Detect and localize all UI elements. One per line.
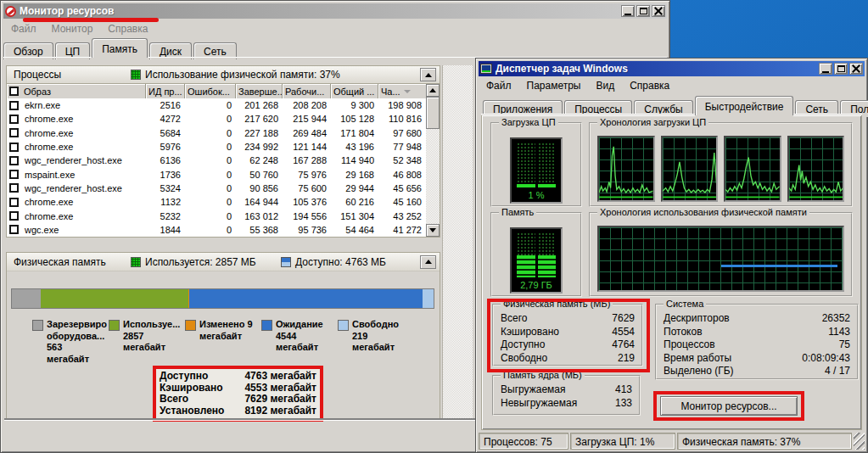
stat-row: Всего 7629 bbox=[501, 312, 635, 326]
table-row[interactable]: wgc_renderer_host.exe 6136 0 62 248 167 … bbox=[7, 154, 426, 167]
process-name: chrome.exe bbox=[25, 197, 73, 207]
table-row[interactable]: chrome.exe 5976 0 234 992 121 144 43 196… bbox=[7, 140, 426, 154]
processes-collapse-button[interactable] bbox=[420, 68, 436, 81]
legend-value: 219 мегабайт bbox=[352, 331, 395, 353]
scroll-down-button[interactable] bbox=[426, 224, 440, 237]
stat-value: 26352 bbox=[822, 312, 850, 326]
physical-memory-group: Физическая память (МБ) Всего 7629 Кэширо… bbox=[492, 304, 643, 366]
resmon-minimize-button[interactable] bbox=[621, 5, 635, 17]
table-row[interactable]: wgc.exe 1844 0 55 368 95 736 54 464 41 2… bbox=[7, 223, 426, 237]
stat-value: 133 bbox=[615, 397, 632, 411]
resize-grip[interactable] bbox=[854, 433, 865, 450]
scroll-up-button[interactable] bbox=[426, 84, 440, 97]
stat-label: Выгружаемая bbox=[501, 383, 615, 397]
process-shared: 54 464 bbox=[331, 225, 378, 235]
memory-bar-segment bbox=[423, 289, 434, 308]
memory-panel-header[interactable]: Физическая память Используется: 2857 МБ … bbox=[7, 253, 440, 271]
memory-stats-box: Доступно 4763 мегабайт Кэшировано 4553 м… bbox=[153, 366, 323, 422]
table-row[interactable]: chrome.exe 5232 0 163 012 194 556 151 30… bbox=[7, 209, 426, 222]
column-header-private[interactable]: Ча... bbox=[378, 84, 426, 98]
processes-panel-header[interactable]: Процессы Использование физической памяти… bbox=[6, 65, 440, 84]
system-group-title: Система bbox=[664, 299, 706, 309]
used-memory-icon bbox=[131, 257, 141, 267]
menu-item[interactable]: Файл bbox=[3, 21, 44, 36]
status-physical-memory: Физическая память: 37% bbox=[677, 433, 852, 450]
resmon-titlebar[interactable]: Монитор ресурсов bbox=[3, 3, 667, 19]
table-row[interactable]: wgc_renderer_host.exe 5324 0 90 856 75 6… bbox=[7, 182, 426, 195]
menu-item[interactable]: Монитор bbox=[44, 21, 101, 36]
process-shared: 43 196 bbox=[331, 142, 378, 152]
row-checkbox[interactable] bbox=[9, 101, 19, 110]
process-working: 105 376 bbox=[283, 197, 331, 207]
memory-bar-segment bbox=[12, 289, 41, 308]
row-checkbox[interactable] bbox=[9, 128, 19, 137]
column-header-commit[interactable]: Заверше... bbox=[236, 84, 283, 98]
table-row[interactable]: chrome.exe 4272 0 217 620 215 944 105 12… bbox=[7, 112, 426, 126]
stat-value: 75 bbox=[839, 338, 850, 352]
process-pid: 5232 bbox=[146, 211, 185, 221]
sort-descending-icon bbox=[404, 90, 411, 93]
menu-item[interactable]: Справка bbox=[622, 78, 677, 93]
row-checkbox[interactable] bbox=[9, 115, 19, 124]
taskman-tabstrip: Приложения Процессы Службы Быстродействи… bbox=[483, 96, 860, 115]
select-all-checkbox[interactable] bbox=[9, 87, 19, 96]
scrollbar-thumb[interactable] bbox=[426, 97, 440, 129]
resmon-maximize-button[interactable] bbox=[636, 5, 650, 17]
stat-row: Невыгружаемая 133 bbox=[501, 397, 632, 411]
tab-memory[interactable]: Память bbox=[92, 38, 148, 58]
row-checkbox[interactable] bbox=[9, 183, 19, 193]
process-errors: 0 bbox=[185, 170, 236, 180]
content-scrollbar-track[interactable] bbox=[442, 65, 473, 419]
column-header-pid[interactable]: ИД пр... bbox=[146, 84, 185, 98]
process-commit: 163 012 bbox=[236, 211, 283, 221]
taskman-titlebar[interactable]: Диспетчер задач Windows bbox=[479, 61, 865, 76]
process-shared: 29 944 bbox=[331, 183, 378, 193]
row-checkbox[interactable] bbox=[9, 198, 19, 207]
column-header-shared[interactable]: Общий ... bbox=[331, 84, 378, 98]
stat-label: Установлено bbox=[160, 405, 244, 417]
process-shared: 105 128 bbox=[331, 114, 378, 124]
taskman-close-button[interactable] bbox=[849, 63, 863, 75]
memory-collapse-button[interactable] bbox=[420, 255, 436, 269]
resource-monitor-button[interactable]: Монитор ресурсов... bbox=[660, 396, 798, 416]
memory-history-group: Хронология использования физической памя… bbox=[589, 212, 853, 297]
taskman-maximize-button[interactable] bbox=[834, 63, 848, 75]
column-header-working[interactable]: Рабочи... bbox=[283, 84, 331, 98]
table-row[interactable]: mspaint.exe 1736 0 50 760 75 976 29 168 … bbox=[7, 167, 426, 181]
processes-panel: Процессы Использование физической памяти… bbox=[6, 65, 440, 238]
row-checkbox[interactable] bbox=[9, 170, 19, 179]
cpu-usage-value: 1 % bbox=[517, 187, 556, 200]
menu-item[interactable]: Параметры bbox=[519, 78, 589, 93]
column-header-errors[interactable]: Ошибок... bbox=[185, 84, 236, 98]
maximize-icon bbox=[640, 8, 647, 14]
row-checkbox[interactable] bbox=[9, 156, 19, 165]
tab-performance[interactable]: Быстродействие bbox=[695, 96, 794, 115]
chevron-up-icon bbox=[425, 73, 432, 77]
process-table-scrollbar[interactable] bbox=[426, 84, 440, 237]
process-errors: 0 bbox=[185, 114, 236, 124]
process-private: 198 908 bbox=[378, 100, 426, 110]
table-row[interactable]: chrome.exe 5684 0 227 188 269 484 171 80… bbox=[7, 126, 426, 140]
menu-item[interactable]: Файл bbox=[479, 78, 519, 93]
taskman-menubar: ФайлПараметрыВидСправка bbox=[479, 77, 677, 93]
column-header-image[interactable]: Образ bbox=[7, 84, 146, 98]
menu-item[interactable]: Вид bbox=[588, 78, 622, 93]
menu-item[interactable]: Справка bbox=[100, 21, 155, 36]
resmon-window-title: Монитор ресурсов bbox=[20, 5, 618, 17]
resmon-close-button[interactable] bbox=[652, 5, 665, 17]
taskman-minimize-button[interactable] bbox=[819, 63, 832, 75]
process-working: 75 600 bbox=[283, 183, 331, 193]
process-private: 43 252 bbox=[378, 211, 426, 221]
legend-label: Используе... bbox=[123, 319, 180, 329]
row-checkbox[interactable] bbox=[9, 143, 19, 152]
process-shared: 29 168 bbox=[331, 170, 378, 180]
row-checkbox[interactable] bbox=[9, 211, 19, 221]
table-row[interactable]: chrome.exe 1132 0 164 944 105 376 60 216… bbox=[7, 195, 426, 209]
resmon-tabstrip: Обзор ЦП Память Диск Сеть bbox=[3, 38, 238, 58]
stat-label: Выделено (ГБ) bbox=[664, 365, 825, 378]
system-group: Система Дескрипторов 26352 Потоков 1143 … bbox=[655, 304, 859, 380]
stat-label: Кэшировано bbox=[501, 326, 612, 339]
row-checkbox[interactable] bbox=[9, 225, 19, 234]
table-row[interactable]: ekrn.exe 2516 0 201 268 208 208 9 300 19… bbox=[7, 98, 426, 112]
chevron-up-icon bbox=[425, 260, 432, 264]
